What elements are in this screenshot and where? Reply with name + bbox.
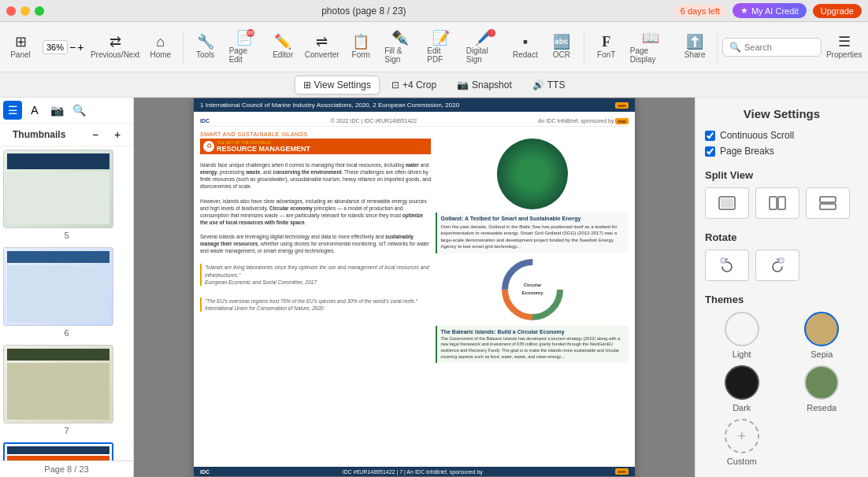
upgrade-button[interactable]: Upgrade	[813, 4, 862, 18]
pdf-body-text-3: Several islands are leveraging digital t…	[200, 233, 431, 254]
rotate-right-icon	[768, 256, 787, 275]
prev-next-tool[interactable]: ⇄ Previous/Next	[88, 25, 141, 69]
fill-sign-tool[interactable]: ✒️ Fill & Sign	[380, 25, 421, 69]
theme-dark-label: Dark	[733, 403, 751, 412]
thumbnails-search-button[interactable]: 🔍	[69, 101, 88, 120]
gotland-title: Gotland: A Testbed for Smart and Sustain…	[440, 216, 625, 221]
thumbnails-list-button[interactable]: ☰	[3, 101, 22, 120]
snapshot-label: Snapshot	[472, 80, 512, 91]
titlebar: photos (page 8 / 23) 6 days left ★ My AI…	[0, 0, 868, 22]
svg-text:Economy: Economy	[521, 290, 543, 295]
zoom-control[interactable]: 36% − +	[39, 37, 87, 57]
rotate-right-option[interactable]	[755, 250, 799, 281]
tools-tool[interactable]: 🔧 Tools	[188, 25, 223, 69]
thumbnail-number-7: 7	[3, 425, 130, 436]
page-display-tool[interactable]: 📖 Page Display	[625, 25, 676, 69]
continuous-scroll-checkbox[interactable]	[705, 131, 715, 141]
zoom-value[interactable]: 36%	[43, 40, 68, 54]
search-icon: 🔍	[729, 42, 741, 53]
resource-icon: ♻	[203, 141, 214, 152]
theme-dark-circle	[725, 365, 759, 400]
font-tool[interactable]: F FonT	[589, 25, 624, 69]
pdf-footer: IDC IDC #€UR148951422 | 7 | An IDC InfoB…	[194, 467, 635, 476]
form-tool[interactable]: 📋 Form	[343, 25, 378, 69]
thumbnails-list[interactable]: 5 6 7	[0, 146, 133, 460]
theme-custom[interactable]: + Custom	[705, 419, 779, 466]
thumbnail-image-7	[3, 345, 113, 423]
split-single-option[interactable]	[705, 187, 749, 219]
rotate-left-icon	[718, 256, 736, 275]
thumb-zoom-out[interactable]: −	[86, 125, 105, 144]
thumbnails-image-button[interactable]: 📷	[47, 101, 66, 120]
theme-light[interactable]: Light	[705, 312, 779, 359]
split-two-row-option[interactable]	[806, 187, 850, 219]
split-two-col-option[interactable]	[755, 187, 799, 219]
thumb-zoom-in[interactable]: +	[108, 125, 127, 144]
theme-reseda-label: Reseda	[807, 403, 836, 412]
search-bar[interactable]: 🔍	[722, 38, 822, 57]
converter-tool[interactable]: ⇌ Converter	[302, 25, 342, 69]
font-icon: F	[602, 35, 610, 49]
theme-sepia-circle	[804, 312, 839, 346]
separator-2	[584, 31, 584, 63]
svg-rect-8	[778, 197, 785, 209]
tts-button[interactable]: 🔊 TTS	[524, 76, 574, 94]
main-layout: ☰ A 📷 🔍 Thumbnails − + 5	[0, 98, 868, 477]
editor-tool[interactable]: ✏️ Editor	[265, 25, 300, 69]
crop-button[interactable]: ⊡ +4 Crop	[383, 76, 445, 94]
zoom-minus-icon[interactable]: −	[69, 41, 76, 54]
continuous-scroll-row: Continuous Scroll	[705, 130, 859, 141]
panel-tool[interactable]: ⊞ Panel	[3, 25, 38, 69]
snapshot-button[interactable]: 📷 Snapshot	[448, 76, 521, 94]
circular-economy-diagram: Circular Economy	[436, 258, 629, 321]
close-button[interactable]	[6, 6, 16, 16]
pdf-page-header: 1 International Council of Marine Indust…	[194, 98, 635, 112]
view-settings-icon: ⊞	[303, 80, 311, 91]
share-tool[interactable]: ⬆️ Share	[677, 25, 712, 69]
tools-icon: 🔧	[197, 35, 214, 49]
pdf-body: IDC © 2022 IDC | IDC #€UR148951422 An ID…	[194, 112, 635, 369]
thumbnails-text-button[interactable]: A	[25, 101, 44, 120]
theme-custom-add-icon: +	[725, 419, 759, 453]
maximize-button[interactable]	[35, 6, 44, 16]
balearic-section: The Balearic Islands: Build a Circular E…	[436, 326, 629, 364]
page-breaks-checkbox[interactable]	[705, 146, 715, 157]
pdf-section-tag: SMART AND SUSTAINABLE ISLANDS	[200, 131, 629, 137]
search-input[interactable]	[744, 43, 814, 52]
zoom-plus-icon[interactable]: +	[77, 41, 83, 54]
view-settings-button[interactable]: ⊞ View Settings	[295, 76, 380, 94]
theme-reseda[interactable]: Reseda	[785, 365, 859, 412]
split-view-section: Split View	[705, 169, 859, 219]
ocr-icon: 🔤	[553, 35, 570, 49]
separator-3	[717, 31, 718, 63]
theme-sepia[interactable]: Sepia	[785, 312, 859, 359]
digital-sign-tool[interactable]: 🖊️! Digital Sign	[462, 25, 506, 69]
thumbnail-item-5[interactable]: 5	[3, 150, 130, 241]
redact-tool[interactable]: ▪️ Redact	[508, 25, 543, 69]
theme-dark[interactable]: Dark	[705, 365, 779, 412]
pdf-content-area[interactable]: 1 International Council of Marine Indust…	[134, 98, 695, 477]
gotland-text: Over the past decade, Gotland in the Bal…	[440, 224, 625, 250]
properties-tool[interactable]: ☰ Properties	[823, 25, 865, 69]
ai-credit-button[interactable]: ★ My AI Credit	[733, 3, 807, 18]
converter-icon: ⇌	[316, 35, 328, 49]
thumbnail-item-6[interactable]: 6	[3, 247, 130, 338]
minimize-button[interactable]	[20, 6, 30, 16]
pdf-quote-1: "Islands are living laboratories since t…	[200, 264, 431, 285]
page-edit-tool[interactable]: 📄88 Page Edit	[224, 25, 265, 69]
idc-logo: IDC	[200, 118, 210, 124]
ocr-tool[interactable]: 🔤 OCR	[544, 25, 579, 69]
home-tool[interactable]: ⌂ Home	[143, 25, 178, 69]
thumbnail-item-7[interactable]: 7	[3, 345, 130, 436]
rotate-left-option[interactable]	[705, 250, 749, 281]
themes-grid: Light Sepia Dark Reseda	[705, 312, 859, 466]
edit-pdf-tool[interactable]: 📝 Edit PDF	[422, 25, 460, 69]
page-display-icon: 📖	[642, 31, 659, 45]
themes-label: Themes	[705, 294, 859, 305]
right-panel: View Settings Continuous Scroll Page Bre…	[695, 98, 868, 477]
thumbnail-item-8[interactable]: 8	[3, 442, 130, 460]
pdf-footer-idc: IDC	[200, 469, 210, 475]
main-toolbar: ⊞ Panel 36% − + ⇄ Previous/Next ⌂ Home 🔧…	[0, 22, 868, 72]
view-settings-label: View Settings	[314, 80, 372, 91]
days-left-badge: 6 days left	[674, 5, 726, 17]
